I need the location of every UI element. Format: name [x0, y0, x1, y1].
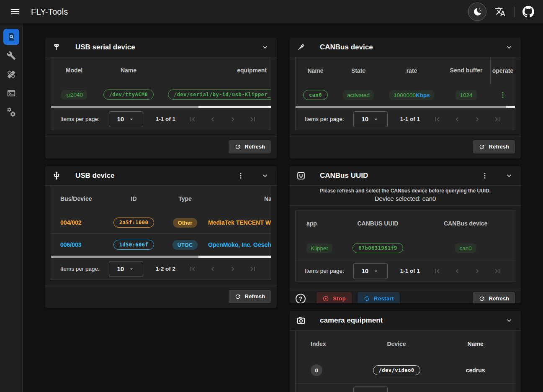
- first-page-icon[interactable]: [432, 266, 442, 276]
- type-badge: Other: [173, 218, 198, 228]
- caret-down-icon: [373, 116, 379, 123]
- camera-table: Index Device Name 0 /dev/video0 cedrus I…: [295, 331, 515, 392]
- column-header-canbus-uuid: CANBUS UUID: [340, 220, 416, 227]
- first-page-icon[interactable]: [432, 115, 442, 124]
- paginator: Items per page: 10 1-2 of 2: [51, 258, 271, 279]
- page-range: 1-2 of 2: [156, 266, 175, 272]
- next-page-icon[interactable]: [228, 264, 237, 274]
- github-icon[interactable]: [520, 4, 536, 20]
- help-icon[interactable]: ?: [296, 294, 306, 304]
- usb-device-table: Bus/Device ID Type Name 004/002 2a5f:100…: [51, 186, 271, 280]
- scrollbar-thumb[interactable]: [296, 106, 506, 108]
- card-canbus-uuid: CANBus UUID Please refresh and select th…: [290, 166, 521, 303]
- sidebar-item-device-query[interactable]: [3, 29, 19, 45]
- refresh-button[interactable]: Refresh: [229, 140, 271, 154]
- terminal-icon: [7, 89, 16, 98]
- items-per-page-select[interactable]: 10: [353, 387, 388, 392]
- last-page-icon[interactable]: [248, 264, 257, 274]
- type-badge: UTOC: [172, 240, 198, 250]
- prev-page-icon[interactable]: [453, 390, 462, 392]
- state-value: activated: [343, 90, 374, 100]
- main-content: USB serial device Model Name equipment r…: [23, 23, 543, 392]
- next-page-icon[interactable]: [228, 115, 237, 124]
- next-page-icon[interactable]: [473, 266, 482, 276]
- page-range: 1-1 of 1: [400, 268, 420, 274]
- notice-text: Please refresh and select the CANbus dev…: [294, 188, 517, 194]
- caret-down-icon: [128, 266, 135, 272]
- items-per-page-select[interactable]: 10: [109, 111, 143, 127]
- prev-page-icon[interactable]: [453, 266, 462, 276]
- stop-button[interactable]: Stop: [317, 292, 352, 304]
- paginator: Items per page: 10 1-1 of 1: [296, 108, 515, 130]
- chevron-down-icon[interactable]: [260, 171, 270, 181]
- items-per-page-select[interactable]: 10: [353, 263, 388, 279]
- chevron-down-icon[interactable]: [504, 171, 514, 181]
- last-page-icon[interactable]: [493, 390, 502, 392]
- horizontal-scrollbar[interactable]: [51, 256, 271, 258]
- stop-circle-icon: [322, 295, 329, 302]
- row-kebab-menu-icon[interactable]: [498, 90, 508, 100]
- refresh-button[interactable]: Refresh: [229, 290, 271, 303]
- scrollbar-thumb[interactable]: [51, 106, 198, 108]
- prev-page-icon[interactable]: [453, 115, 462, 124]
- chevron-down-icon[interactable]: [504, 315, 514, 325]
- next-page-icon[interactable]: [473, 115, 482, 124]
- sidebar-item-tools[interactable]: [3, 48, 19, 64]
- caret-down-icon: [128, 116, 135, 123]
- table-row: 0 /dev/video0 cedrus: [296, 357, 515, 383]
- usb-name-value: MediaTek TENCENT WL.: [208, 219, 271, 226]
- document-search-icon: [7, 32, 16, 41]
- caret-down-icon: [373, 268, 379, 274]
- card-title: CANBus device: [320, 43, 373, 51]
- appbar-divider: [514, 6, 515, 17]
- page-range: 1-1 of 1: [400, 116, 420, 122]
- last-page-icon[interactable]: [493, 266, 502, 276]
- column-header-type: Type: [162, 195, 208, 202]
- theme-toggle-button[interactable]: [468, 3, 486, 21]
- last-page-icon[interactable]: [493, 115, 502, 124]
- horizontal-scrollbar[interactable]: [51, 106, 271, 108]
- next-page-icon[interactable]: [473, 390, 482, 392]
- paginator: Items per page: 10 1-1 of 1: [51, 108, 271, 130]
- can-name-chip: can0: [303, 90, 328, 100]
- moon-stars-icon: [472, 7, 482, 17]
- paginator: Items per page: 10 1-1 of 1: [296, 383, 515, 392]
- restart-icon: [363, 295, 370, 302]
- items-per-page-label: Items per page:: [305, 268, 344, 274]
- translate-icon[interactable]: [492, 4, 508, 20]
- first-page-icon[interactable]: [188, 115, 197, 124]
- prev-page-icon[interactable]: [208, 264, 217, 274]
- usb-id-chip: 2a5f:1000: [113, 218, 154, 228]
- sidebar-item-repair[interactable]: [3, 67, 19, 82]
- items-per-page-select[interactable]: 10: [109, 261, 143, 277]
- menu-icon[interactable]: [7, 3, 23, 20]
- last-page-icon[interactable]: [248, 115, 257, 124]
- refresh-icon: [234, 293, 241, 300]
- kebab-menu-icon[interactable]: [480, 171, 490, 181]
- column-header-app: app: [296, 220, 340, 227]
- column-header-state: State: [335, 67, 381, 74]
- restart-button[interactable]: Restart: [358, 292, 400, 304]
- refresh-button[interactable]: Refresh: [473, 292, 515, 304]
- uuid-chip: 87b0631981f9: [353, 243, 403, 253]
- chevron-down-icon[interactable]: [504, 42, 514, 52]
- canbus-uuid-table: app CANBUS UUID CANBus device Klipper 87…: [295, 210, 515, 282]
- column-header-rate: rate: [381, 67, 442, 74]
- chevron-down-icon[interactable]: [260, 42, 270, 52]
- app-title: FLY-Tools: [31, 7, 68, 17]
- usb-icon: [51, 171, 62, 180]
- column-header-name: Name: [296, 67, 335, 74]
- kebab-menu-icon[interactable]: [236, 171, 246, 181]
- sidebar-item-terminal[interactable]: [3, 85, 19, 101]
- camera-device-chip: /dev/video0: [373, 365, 420, 375]
- prev-page-icon[interactable]: [208, 115, 217, 124]
- first-page-icon[interactable]: [188, 264, 197, 274]
- horizontal-scrollbar[interactable]: [296, 106, 515, 108]
- refresh-button[interactable]: Refresh: [473, 140, 515, 154]
- canbus-device-table: Name State rate Send buffer operate can0…: [295, 57, 515, 130]
- sidebar-item-services[interactable]: [3, 104, 19, 120]
- scrollbar-thumb[interactable]: [51, 256, 198, 258]
- items-per-page-select[interactable]: 10: [353, 111, 388, 127]
- items-per-page-label: Items per page:: [60, 266, 100, 272]
- first-page-icon[interactable]: [432, 390, 442, 392]
